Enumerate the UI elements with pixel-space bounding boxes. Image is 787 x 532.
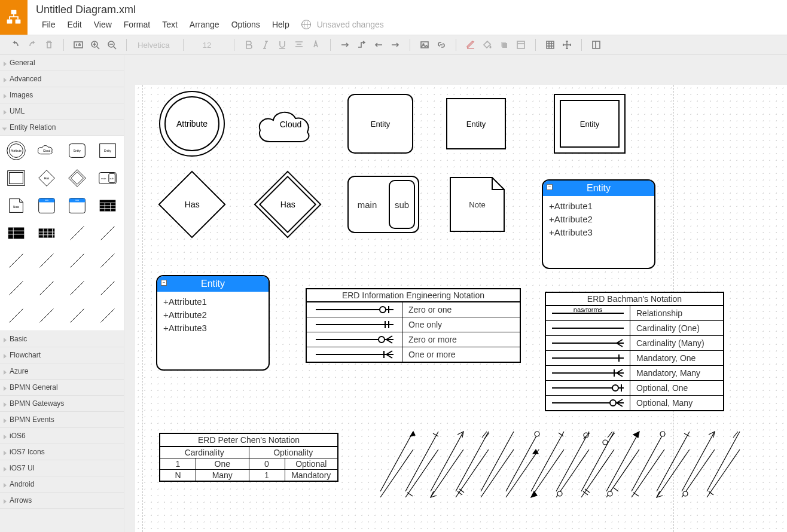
collapse-toggle-icon[interactable]: −: [161, 280, 167, 286]
line-end-button[interactable]: [388, 38, 402, 52]
stencil-has-diamond[interactable]: Has: [33, 166, 61, 191]
stencil-note[interactable]: Note: [2, 193, 30, 218]
shape-entity-card-1[interactable]: −Entity +Attribute1 +Attribute2 +Attribu…: [542, 179, 655, 269]
actual-size-button[interactable]: [71, 38, 86, 52]
waypoint-button[interactable]: [355, 38, 369, 52]
stencil-table-black[interactable]: [93, 193, 121, 218]
redo-button[interactable]: [25, 38, 39, 52]
table-bachman[interactable]: ERD Bachman's Notation has/formsRelation…: [545, 292, 724, 411]
delete-button[interactable]: [42, 38, 56, 52]
undo-button[interactable]: [8, 38, 23, 52]
stencil-line-3[interactable]: [2, 248, 30, 273]
stencil-line-8[interactable]: [33, 276, 61, 301]
fill-color-button[interactable]: [480, 38, 495, 52]
shape-cloud[interactable]: Cloud: [252, 97, 330, 152]
bold-button[interactable]: [242, 38, 256, 52]
palette-entity-relation[interactable]: Entity Relation: [0, 120, 124, 136]
font-family-select[interactable]: Helvetica: [133, 41, 181, 50]
stencil-line-13[interactable]: [63, 303, 91, 328]
menu-file[interactable]: File: [36, 19, 62, 30]
language-icon[interactable]: [301, 20, 311, 29]
palette-azure[interactable]: Azure: [0, 363, 124, 380]
palette-bpmn-events[interactable]: BPMN Events: [0, 412, 124, 428]
stencil-entity-card-blue[interactable]: row: [33, 193, 61, 218]
stencil-entity-rect[interactable]: Entity: [93, 138, 121, 163]
connection-arrow-button[interactable]: [338, 38, 352, 52]
stencil-main-sub[interactable]: mainsub: [93, 166, 121, 191]
shape-has-double-diamond[interactable]: Has: [254, 170, 321, 238]
document-title[interactable]: Untitled Diagram.xml: [36, 4, 384, 16]
table-ien[interactable]: ERD Information Engineering Notation Zer…: [306, 288, 521, 363]
stencil-line-11[interactable]: [2, 303, 30, 328]
shape-note[interactable]: Note: [447, 175, 507, 234]
stencil-line-4[interactable]: [33, 248, 61, 273]
stencil-entity-card-blue2[interactable]: row: [63, 193, 91, 218]
palette-arrows[interactable]: Arrows: [0, 493, 124, 509]
stencil-has-double-diamond[interactable]: [63, 166, 91, 191]
insert-link-button[interactable]: [434, 38, 449, 52]
menu-arrange[interactable]: Arrange: [184, 19, 225, 30]
canvas[interactable]: Attribute Cloud Entity Entity Entity Has…: [135, 85, 787, 532]
font-size-select[interactable]: 12: [186, 41, 228, 50]
shadow-button[interactable]: [497, 38, 511, 52]
menu-help[interactable]: Help: [266, 19, 295, 30]
menu-options[interactable]: Options: [225, 19, 266, 30]
shape-entity-card-2[interactable]: −Entity +Attribute1 +Attribute2 +Attribu…: [156, 275, 270, 371]
stencil-line-9[interactable]: [63, 276, 91, 301]
insert-image-button[interactable]: [417, 38, 432, 52]
align-button[interactable]: [292, 38, 306, 52]
table-chen[interactable]: ERD Peter Chen's Notation CardinalityOpt…: [159, 433, 338, 482]
container-button[interactable]: [514, 38, 528, 52]
line-start-button[interactable]: [371, 38, 386, 52]
palette-bpmn-gateways[interactable]: BPMN Gateways: [0, 396, 124, 412]
zoom-in-button[interactable]: [88, 38, 102, 52]
connector-samples[interactable]: [380, 432, 775, 505]
palette-basic[interactable]: Basic: [0, 331, 124, 347]
stencil-line-14[interactable]: [93, 303, 121, 328]
stencil-entity-rounded[interactable]: Entity: [63, 138, 91, 163]
palette-ios7-icons[interactable]: iOS7 Icons: [0, 444, 124, 460]
stencil-line-2[interactable]: [93, 221, 121, 246]
shape-has-diamond[interactable]: Has: [158, 170, 225, 238]
font-color-button[interactable]: [309, 38, 323, 52]
palette-images[interactable]: Images: [0, 87, 124, 103]
palette-flowchart[interactable]: Flowchart: [0, 347, 124, 363]
stencil-table-black3[interactable]: [33, 221, 61, 246]
shape-entity-rounded[interactable]: Entity: [347, 94, 413, 154]
shape-entity-rect[interactable]: Entity: [446, 98, 506, 149]
palette-general[interactable]: General: [0, 55, 124, 71]
palette-advanced[interactable]: Advanced: [0, 71, 124, 87]
palette-android[interactable]: Android: [0, 476, 124, 493]
grid-button[interactable]: [543, 38, 557, 52]
stencil-line-5[interactable]: [63, 248, 91, 273]
guides-button[interactable]: [560, 38, 574, 52]
app-logo[interactable]: [0, 0, 28, 35]
italic-button[interactable]: [258, 38, 273, 52]
shape-entity-double[interactable]: Entity: [554, 94, 626, 154]
palette-ios6[interactable]: iOS6: [0, 428, 124, 444]
palette-bpmn-general[interactable]: BPMN General: [0, 380, 124, 396]
underline-button[interactable]: [275, 38, 289, 52]
svg-text:Attribute: Attribute: [11, 149, 22, 152]
shape-attribute[interactable]: Attribute: [159, 91, 225, 157]
collapse-toggle-icon[interactable]: −: [547, 184, 553, 190]
stencil-attribute[interactable]: Attribute: [2, 138, 30, 163]
shape-main-sub[interactable]: main sub: [347, 176, 419, 233]
stencil-line-1[interactable]: [63, 221, 91, 246]
menu-text[interactable]: Text: [156, 19, 184, 30]
palette-ios7-ui[interactable]: iOS7 UI: [0, 460, 124, 476]
menu-view[interactable]: View: [88, 19, 118, 30]
line-color-button[interactable]: [463, 38, 478, 52]
palette-uml[interactable]: UML: [0, 103, 124, 120]
zoom-out-button[interactable]: [105, 38, 119, 52]
stencil-cloud[interactable]: Cloud: [33, 138, 61, 163]
menu-format[interactable]: Format: [118, 19, 156, 30]
stencil-line-6[interactable]: [93, 248, 121, 273]
stencil-entity-double[interactable]: [2, 166, 30, 191]
menu-edit[interactable]: Edit: [62, 19, 88, 30]
stencil-line-7[interactable]: [2, 276, 30, 301]
outline-button[interactable]: [589, 38, 603, 52]
stencil-line-10[interactable]: [93, 276, 121, 301]
stencil-line-12[interactable]: [33, 303, 61, 328]
stencil-table-black2[interactable]: [2, 221, 30, 246]
